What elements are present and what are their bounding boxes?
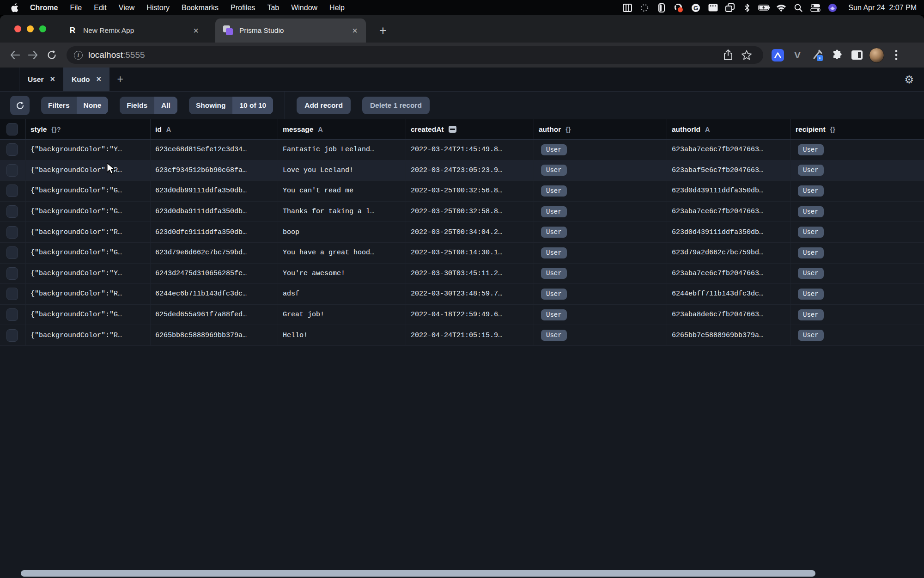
select-all-checkbox[interactable] bbox=[6, 123, 18, 135]
browser-tab-new-remix-app[interactable]: R New Remix App × bbox=[60, 18, 207, 43]
column-header-author[interactable]: author{} bbox=[534, 119, 667, 139]
author-relation-badge[interactable]: User bbox=[541, 165, 567, 176]
cell-style[interactable]: {"backgroundColor":"G… bbox=[25, 243, 150, 263]
bluetooth-icon[interactable] bbox=[741, 3, 753, 13]
cell-createdAt[interactable]: 2022-03-25T08:14:30.1… bbox=[406, 243, 534, 263]
row-checkbox[interactable] bbox=[6, 329, 18, 342]
eyedropper-icon[interactable] bbox=[809, 47, 825, 63]
cell-message[interactable]: Great job! bbox=[278, 305, 406, 325]
add-record-button[interactable]: Add record bbox=[297, 97, 351, 114]
recipient-relation-badge[interactable]: User bbox=[798, 309, 824, 320]
cell-authorId[interactable]: 623aba7ce6c7fb2047663… bbox=[667, 140, 790, 160]
cell-createdAt[interactable]: 2022-03-25T00:32:56.8… bbox=[406, 181, 534, 201]
add-model-tab-button[interactable]: + bbox=[109, 68, 131, 91]
menu-item[interactable]: Window bbox=[285, 4, 323, 12]
display-mirror-icon[interactable] bbox=[656, 3, 668, 13]
forward-button[interactable] bbox=[24, 46, 43, 64]
new-tab-button[interactable]: + bbox=[375, 24, 391, 38]
cell-message[interactable]: boop bbox=[278, 222, 406, 242]
cell-authorId[interactable]: 623d0d439111ddfa350db… bbox=[667, 181, 790, 201]
cell-message[interactable]: Hello! bbox=[278, 325, 406, 345]
column-header-message[interactable]: messageA bbox=[278, 119, 406, 139]
row-checkbox[interactable] bbox=[6, 226, 18, 239]
row-checkbox[interactable] bbox=[6, 246, 18, 259]
delete-record-button[interactable]: Delete 1 record bbox=[362, 97, 430, 114]
raycast-icon[interactable] bbox=[827, 3, 839, 13]
extension-icon-blue[interactable] bbox=[770, 47, 785, 63]
column-header-id[interactable]: idA bbox=[150, 119, 278, 139]
author-relation-badge[interactable]: User bbox=[541, 268, 567, 279]
wifi-icon[interactable] bbox=[775, 3, 787, 13]
browser-menu-kebab-icon[interactable] bbox=[888, 47, 904, 63]
cell-id[interactable]: 6243d2475d310656285fe… bbox=[150, 264, 278, 284]
cell-style[interactable]: {"backgroundColor":"R… bbox=[25, 284, 150, 304]
cell-message[interactable]: Love you Leeland! bbox=[278, 160, 406, 181]
cell-authorId[interactable]: 623aba7ce6c7fb2047663… bbox=[667, 264, 790, 284]
cell-authorId[interactable]: 623d79a2d662c7bc759bd… bbox=[667, 243, 790, 263]
cell-createdAt[interactable]: 2022-03-25T00:34:04.2… bbox=[406, 222, 534, 242]
bookmark-star-icon[interactable] bbox=[737, 49, 756, 61]
cell-id[interactable]: 6244ec6b711b143dfc3dc… bbox=[150, 284, 278, 304]
recipient-relation-badge[interactable]: User bbox=[798, 185, 824, 197]
vue-devtools-icon[interactable]: V bbox=[790, 47, 805, 63]
filters-value[interactable]: None bbox=[77, 97, 109, 114]
cell-message[interactable]: You have a great hood… bbox=[278, 243, 406, 263]
author-relation-badge[interactable]: User bbox=[541, 206, 567, 217]
menu-item[interactable]: Help bbox=[323, 4, 351, 12]
cell-authorId[interactable]: 623d0d439111ddfa350db… bbox=[667, 222, 790, 242]
cell-authorId[interactable]: 623aba7ce6c7fb2047663… bbox=[667, 202, 790, 222]
screen-record-icon[interactable] bbox=[673, 3, 685, 13]
cell-createdAt[interactable]: 2022-04-24T21:05:15.9… bbox=[406, 325, 534, 345]
recipient-relation-badge[interactable]: User bbox=[798, 330, 824, 341]
recipient-relation-badge[interactable]: User bbox=[798, 144, 824, 155]
column-header-recipient[interactable]: recipient{} bbox=[790, 119, 924, 139]
reload-button[interactable] bbox=[43, 46, 61, 64]
cell-style[interactable]: {"backgroundColor":"R… bbox=[25, 222, 150, 242]
tab-close-icon[interactable]: × bbox=[192, 25, 200, 36]
recipient-relation-badge[interactable]: User bbox=[798, 289, 824, 300]
recipient-relation-badge[interactable]: User bbox=[798, 247, 824, 258]
back-button[interactable] bbox=[6, 46, 24, 64]
apple-menu-icon[interactable] bbox=[7, 3, 21, 12]
recipient-relation-badge[interactable]: User bbox=[798, 227, 824, 238]
window-close-button[interactable] bbox=[14, 25, 21, 32]
menu-item[interactable]: Profiles bbox=[225, 4, 261, 12]
model-tab-user[interactable]: User × bbox=[19, 68, 63, 91]
cell-style[interactable]: {"backgroundColor":"R… bbox=[25, 325, 150, 345]
menu-item[interactable]: Edit bbox=[88, 4, 113, 12]
author-relation-badge[interactable]: User bbox=[541, 227, 567, 238]
row-checkbox[interactable] bbox=[6, 267, 18, 280]
model-tab-close-icon[interactable]: × bbox=[50, 74, 55, 84]
battery-icon[interactable] bbox=[758, 3, 770, 13]
cell-createdAt[interactable]: 2022-04-18T22:59:49.6… bbox=[406, 305, 534, 325]
menu-item[interactable]: File bbox=[64, 4, 88, 12]
cell-style[interactable]: {"backgroundColor":"Y… bbox=[25, 264, 150, 284]
cell-createdAt[interactable]: 2022-03-24T21:45:49.8… bbox=[406, 140, 534, 160]
author-relation-badge[interactable]: User bbox=[541, 309, 567, 320]
showing-button[interactable]: Showing bbox=[189, 97, 233, 114]
author-relation-badge[interactable]: User bbox=[541, 330, 567, 341]
refresh-button[interactable] bbox=[10, 96, 30, 115]
keyboard-icon[interactable] bbox=[707, 3, 719, 13]
address-bar[interactable]: i localhost :5555 bbox=[67, 46, 763, 64]
cell-message[interactable]: adsf bbox=[278, 284, 406, 304]
showing-value[interactable]: 10 of 10 bbox=[232, 97, 273, 114]
share-icon[interactable] bbox=[719, 49, 737, 61]
cell-style[interactable]: {"backgroundColor":"G… bbox=[25, 305, 150, 325]
menu-item[interactable]: View bbox=[113, 4, 140, 12]
column-header-authorId[interactable]: authorIdA bbox=[667, 119, 790, 139]
cell-style[interactable]: {"backgroundColor":"R… bbox=[25, 160, 150, 181]
row-checkbox[interactable] bbox=[6, 143, 18, 156]
browser-tab-prisma-studio[interactable]: Prisma Studio × bbox=[215, 18, 366, 43]
column-header-createdAt[interactable]: createdAt bbox=[406, 119, 534, 139]
cell-message[interactable]: You can't read me bbox=[278, 181, 406, 201]
recipient-relation-badge[interactable]: User bbox=[798, 268, 824, 279]
control-center-icon[interactable] bbox=[809, 3, 821, 13]
author-relation-badge[interactable]: User bbox=[541, 185, 567, 197]
row-checkbox[interactable] bbox=[6, 164, 18, 177]
spotlight-icon[interactable] bbox=[792, 3, 804, 13]
recipient-relation-badge[interactable]: User bbox=[798, 165, 824, 176]
author-relation-badge[interactable]: User bbox=[541, 247, 567, 258]
fields-value[interactable]: All bbox=[154, 97, 177, 114]
cell-createdAt[interactable]: 2022-03-25T00:32:58.8… bbox=[406, 202, 534, 222]
